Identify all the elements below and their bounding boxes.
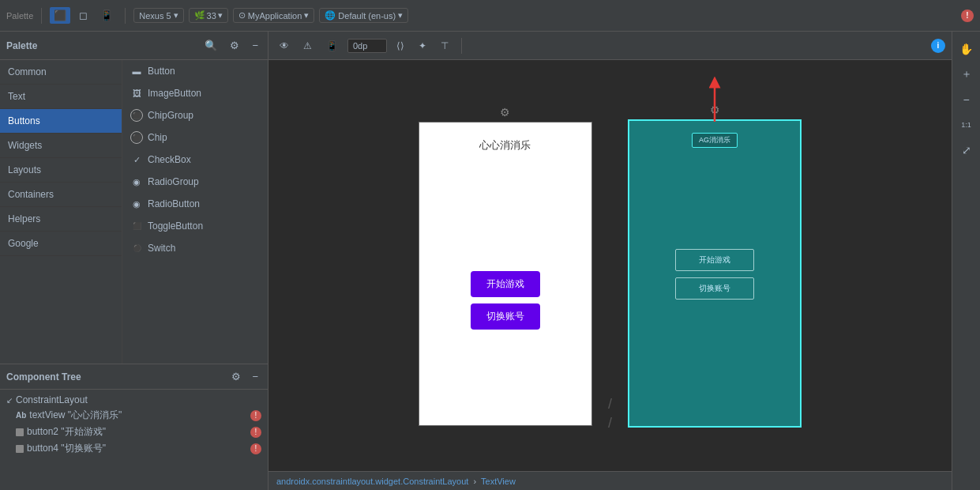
tree-item-button4[interactable]: button4 "切换账号" ! — [6, 440, 261, 457]
phone2-btn2[interactable]: 切换账号 — [675, 277, 754, 300]
widget-switch[interactable]: ⚫ Switch — [122, 237, 268, 259]
api-selector[interactable]: 🌿 33 ▾ — [189, 8, 228, 23]
error-badge-top: ! — [961, 9, 974, 22]
warn-btn[interactable]: ⚠ — [299, 38, 317, 54]
phone1-title: 心心消消乐 — [479, 138, 531, 153]
tree-button2-label: button2 "开始游戏" — [27, 425, 106, 439]
phone2-handle: ⚙ — [710, 104, 720, 116]
layers-btn[interactable]: ⬛ — [50, 7, 70, 24]
phone1-btn2[interactable]: 切换账号 — [471, 303, 540, 330]
sidebar-item-buttons[interactable]: Buttons — [0, 109, 122, 134]
tree-header: Component Tree ⚙ − — [0, 364, 268, 390]
resize-slash-1: / — [608, 396, 612, 413]
canvas-toolbar-right: i — [931, 39, 945, 53]
widget-togglebutton[interactable]: ⬛ ToggleButton — [122, 215, 268, 237]
tree-button2-icon — [16, 428, 24, 436]
sidebar-item-widgets[interactable]: Widgets — [0, 134, 122, 158]
status-item[interactable]: TextView — [481, 477, 516, 486]
app-label: MyApplication — [248, 11, 302, 21]
widget-chip[interactable]: ⬛ Chip — [122, 126, 268, 149]
sidebar-item-common[interactable]: Common — [0, 60, 122, 85]
tree-button4-label: button4 "切换账号" — [27, 442, 106, 455]
tree-button2-error: ! — [250, 427, 261, 438]
tree-settings-btn[interactable]: ⚙ — [228, 369, 244, 384]
palette-header: Palette 🔍 ⚙ − — [0, 32, 268, 60]
main-layout: Palette 🔍 ⚙ − Common Text Buttons Widget… — [0, 32, 980, 490]
widget-button[interactable]: ▬ Button — [122, 60, 268, 82]
eye-btn[interactable]: 👁 — [275, 38, 294, 54]
tree-collapse-btn[interactable]: − — [249, 369, 261, 384]
widget-radiogroup-label: RadioGroup — [148, 176, 199, 187]
sidebar-item-layouts[interactable]: Layouts — [0, 158, 122, 183]
status-separator: › — [473, 477, 476, 486]
api-icon: 🌿 — [194, 10, 205, 21]
sidebar-item-helpers[interactable]: Helpers — [0, 207, 122, 232]
magic-btn[interactable]: ✦ — [414, 38, 431, 54]
sidebar-item-google[interactable]: Google — [0, 232, 122, 256]
tree-item-constraintlayout[interactable]: ↙ ConstraintLayout — [6, 393, 261, 407]
palette-label: Palette — [6, 11, 33, 21]
tree-textview-label: textView "心心消消乐" — [29, 409, 122, 422]
status-path[interactable]: androidx.constraintlayout.widget.Constra… — [276, 477, 468, 486]
palette-title: Palette — [6, 40, 195, 51]
locale-selector[interactable]: 🌐 Default (en-us) ▾ — [319, 8, 408, 23]
palette-settings-btn[interactable]: ⚙ — [227, 38, 242, 53]
api-label: 33 — [207, 11, 216, 21]
resize-slash-2: / — [608, 415, 612, 432]
locale-label: Default (en-us) — [338, 11, 396, 21]
sidebar-item-containers[interactable]: Containers — [0, 183, 122, 207]
nexus-label: Nexus 5 — [139, 11, 171, 21]
widget-chipgroup-label: ChipGroup — [148, 110, 193, 121]
separator-1 — [41, 8, 42, 24]
phone2-topbar: AG消消乐 — [692, 133, 738, 148]
widget-checkbox[interactable]: ✓ CheckBox — [122, 149, 268, 171]
widget-radiobutton[interactable]: ◉ RadioButton — [122, 193, 268, 215]
widget-chipgroup[interactable]: ⬛ ChipGroup — [122, 104, 268, 126]
zoom-in-btn[interactable]: ＋ — [956, 63, 978, 85]
tree-item-button2[interactable]: button2 "开始游戏" ! — [6, 424, 261, 440]
blueprint-btn[interactable]: ◻ — [75, 7, 92, 24]
widget-radiogroup[interactable]: ◉ RadioGroup — [122, 171, 268, 193]
app-icon: ⊙ — [238, 10, 246, 21]
nexus-selector[interactable]: Nexus 5 ▾ — [133, 8, 183, 23]
fit-screen-btn[interactable]: ⤢ — [956, 139, 978, 161]
switch-icon: ⚫ — [130, 242, 143, 254]
canvas-area: 👁 ⚠ 📱 ⟨⟩ ✦ ⊤ i — [268, 32, 952, 490]
widget-list: ▬ Button 🖼 ImageButton ⬛ ChipGroup ⬛ Chi… — [122, 60, 268, 364]
resize-handle: / / — [608, 396, 612, 432]
hand-tool-btn[interactable]: ✋ — [956, 38, 978, 60]
dim-input[interactable] — [347, 39, 387, 53]
chip-icon: ⬛ — [130, 131, 143, 144]
widget-switch-label: Switch — [148, 243, 175, 254]
locale-icon: 🌐 — [325, 10, 336, 21]
palette-search-btn[interactable]: 🔍 — [201, 38, 220, 53]
zoom-out-btn[interactable]: − — [956, 89, 978, 111]
tree-constraint-label: ConstraintLayout — [16, 394, 88, 405]
device-btn[interactable]: 📱 — [96, 7, 117, 24]
togglebutton-icon: ⬛ — [130, 220, 143, 232]
path-btn[interactable]: ⟨⟩ — [392, 38, 409, 54]
chipgroup-icon: ⬛ — [130, 109, 143, 122]
align-btn[interactable]: ⊤ — [436, 38, 453, 54]
tree-textview-icon: Ab — [16, 411, 26, 420]
sidebar-item-text[interactable]: Text — [0, 85, 122, 109]
canvas-toolbar: 👁 ⚠ 📱 ⟨⟩ ✦ ⊤ i — [268, 32, 952, 60]
zoom-actual-btn[interactable]: 1:1 — [956, 114, 978, 136]
component-tree: Component Tree ⚙ − ↙ ConstraintLayout Ab… — [0, 364, 268, 490]
phone2-btn1[interactable]: 开始游戏 — [675, 249, 754, 271]
widget-checkbox-label: CheckBox — [148, 154, 191, 165]
api-chevron: ▾ — [218, 10, 223, 21]
palette-panel: Palette 🔍 ⚙ − Common Text Buttons Widget… — [0, 32, 268, 490]
toolbar-right: ! — [961, 9, 974, 22]
palette-collapse-btn[interactable]: − — [249, 38, 261, 53]
tree-content: ↙ ConstraintLayout Ab textView "心心消消乐" !… — [0, 390, 268, 490]
tree-button4-icon — [16, 445, 24, 453]
tree-item-textview[interactable]: Ab textView "心心消消乐" ! — [6, 407, 261, 424]
widget-imagebutton[interactable]: 🖼 ImageButton — [122, 82, 268, 104]
phone1-btn1[interactable]: 开始游戏 — [471, 271, 540, 297]
button-icon: ▬ — [130, 65, 143, 77]
device-mode-btn[interactable]: 📱 — [321, 38, 343, 54]
app-selector[interactable]: ⊙ MyApplication ▾ — [233, 8, 314, 23]
canvas-sep — [461, 38, 462, 54]
radiobutton-icon: ◉ — [130, 198, 143, 210]
